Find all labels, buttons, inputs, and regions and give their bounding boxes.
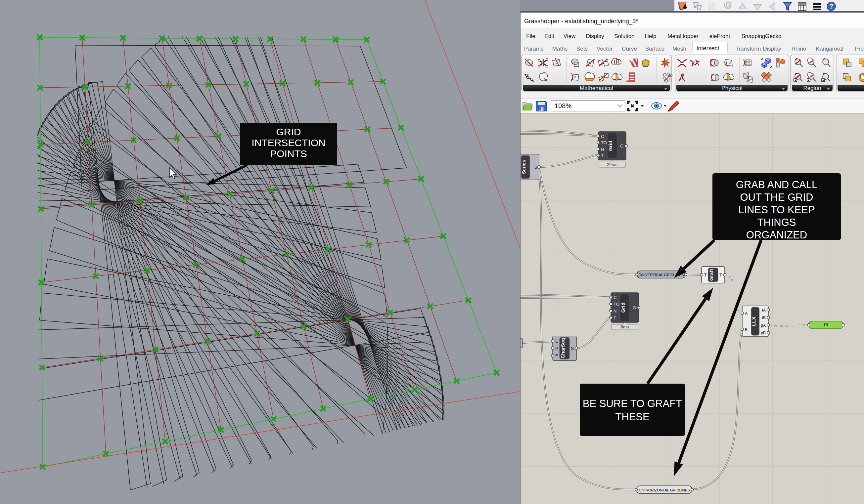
svg-text:108%: 108% xyxy=(555,102,572,109)
svg-text:Mathematical: Mathematical xyxy=(580,85,613,91)
svg-text:6ms: 6ms xyxy=(621,324,629,329)
svg-text:T: T xyxy=(601,153,603,158)
svg-text:pA: pA xyxy=(761,323,766,328)
svg-text:N: N xyxy=(613,309,616,314)
svg-text:OUT THE GRID: OUT THE GRID xyxy=(740,192,813,203)
svg-text:Params: Params xyxy=(524,46,544,52)
svg-text:GRAB AND CALL: GRAB AND CALL xyxy=(736,179,817,190)
svg-text:Pt: Pt xyxy=(824,322,828,328)
svg-text:Display: Display xyxy=(586,33,604,39)
svg-text:File: File xyxy=(526,33,535,39)
svg-text:F: F xyxy=(555,353,558,358)
svg-text:Curve: Curve xyxy=(622,46,637,52)
svg-text:MetaHopper: MetaHopper xyxy=(668,33,698,39)
svg-text:S: S xyxy=(571,346,574,351)
svg-text:Graft: Graft xyxy=(708,269,714,281)
svg-text:Surface: Surface xyxy=(645,46,665,52)
svg-text:Display: Display xyxy=(763,46,781,52)
svg-text:tB: tB xyxy=(762,316,766,320)
svg-text:INTERSECTION: INTERSECTION xyxy=(252,137,325,148)
svg-text:Transform: Transform xyxy=(736,46,761,52)
svg-text:N: N xyxy=(601,147,604,152)
svg-text:G: G xyxy=(620,144,623,148)
svg-text:Grid: Grid xyxy=(620,303,626,313)
svg-text:pB: pB xyxy=(761,331,766,335)
svg-text:Region: Region xyxy=(803,85,821,91)
svg-text:View: View xyxy=(564,33,576,39)
svg-text:Crv:HORIZONTAL GRIDLINES: Crv:HORIZONTAL GRIDLINES xyxy=(639,488,690,492)
svg-text:Edit: Edit xyxy=(544,33,554,39)
svg-text:S: S xyxy=(535,165,537,170)
svg-text:T: T xyxy=(719,272,722,278)
svg-text:Prov: Prov xyxy=(855,46,864,52)
svg-text:Intersect: Intersect xyxy=(696,45,719,52)
svg-text:Series: Series xyxy=(521,160,527,174)
svg-text:SnappingGecko: SnappingGecko xyxy=(742,33,782,39)
svg-text:T: T xyxy=(613,316,616,320)
svg-text:G: G xyxy=(633,305,636,310)
svg-text:Sets: Sets xyxy=(576,46,588,52)
svg-text:Grasshopper - establishing_und: Grasshopper - establishing_underlying_3* xyxy=(524,17,638,25)
svg-text:TO: TO xyxy=(601,140,607,145)
svg-text:Physical: Physical xyxy=(721,85,742,91)
svg-text:LINES TO KEEP: LINES TO KEEP xyxy=(738,204,815,216)
svg-text:22ms: 22ms xyxy=(607,162,617,167)
svg-text:P: P xyxy=(555,346,558,351)
svg-text:Grid: Grid xyxy=(608,141,613,151)
svg-text:tA: tA xyxy=(762,308,766,312)
svg-text:C: C xyxy=(613,295,616,300)
svg-text:THINGS: THINGS xyxy=(757,217,796,228)
svg-text:Rhino: Rhino xyxy=(792,46,806,52)
svg-text:T: T xyxy=(704,272,707,278)
svg-text:eleFront: eleFront xyxy=(709,33,730,39)
svg-text:?: ? xyxy=(829,3,833,10)
svg-text:Help: Help xyxy=(645,33,657,39)
svg-text:LLX: LLX xyxy=(751,317,756,326)
svg-text:Maths: Maths xyxy=(552,46,567,52)
svg-text:GRID: GRID xyxy=(276,126,301,137)
svg-text:Solution: Solution xyxy=(614,33,634,39)
svg-text:ORGANIZED: ORGANIZED xyxy=(746,229,807,241)
svg-text:C: C xyxy=(555,339,558,344)
svg-text:C: C xyxy=(601,134,604,139)
svg-text:BE SURE TO GRAFT: BE SURE TO GRAFT xyxy=(583,398,682,409)
svg-text:TO: TO xyxy=(613,302,620,307)
svg-text:A: A xyxy=(745,311,747,316)
svg-text:Mesh: Mesh xyxy=(672,46,686,52)
svg-text:B: B xyxy=(745,328,747,332)
svg-text:THESE: THESE xyxy=(615,411,649,423)
svg-text:Kangaroo2: Kangaroo2 xyxy=(816,46,843,52)
svg-text:POINTS: POINTS xyxy=(270,148,307,159)
svg-text:Vector: Vector xyxy=(597,46,613,52)
svg-text:CharSeq: CharSeq xyxy=(560,338,565,358)
